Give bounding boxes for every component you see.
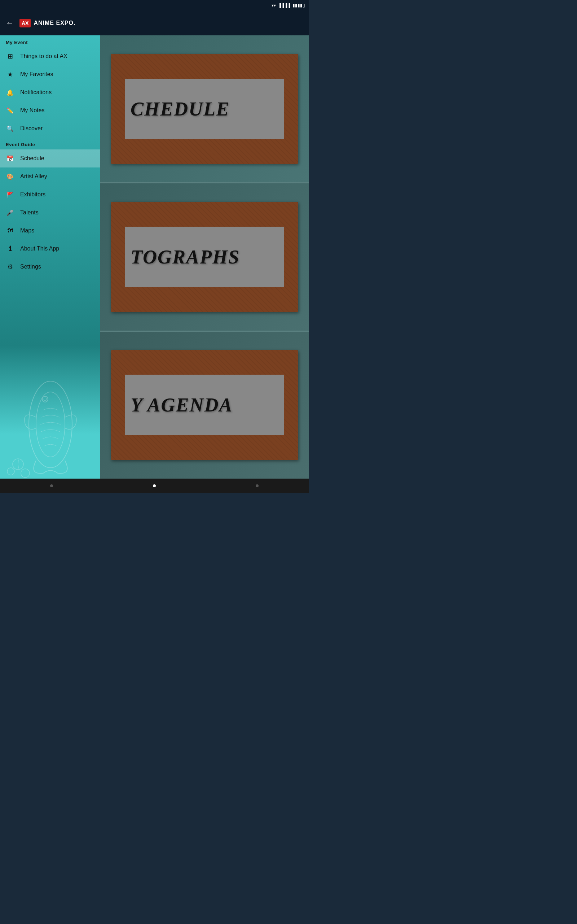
notifications-label: Notifications xyxy=(20,89,52,96)
nav-dot-2 xyxy=(153,485,156,487)
bell-icon xyxy=(6,88,15,97)
autographs-card-text-box: TOGRAPHS xyxy=(125,227,284,287)
sidebar-item-discover[interactable]: Discover xyxy=(0,120,100,137)
logo-text: ANIME EXPO. xyxy=(34,20,76,26)
settings-label: Settings xyxy=(20,263,41,270)
top-header: ← AX ANIME EXPO. xyxy=(0,11,309,36)
schedule-label: Schedule xyxy=(20,155,44,162)
agenda-card[interactable]: Y AGENDA xyxy=(100,332,309,478)
schedule-card-text-box: CHEDULE xyxy=(125,79,284,139)
sidebar-item-my-notes[interactable]: My Notes xyxy=(0,102,100,120)
agenda-card-text: Y AGENDA xyxy=(131,394,233,416)
things-to-do-label: Things to do at AX xyxy=(20,53,68,60)
palette-icon xyxy=(6,172,15,181)
agenda-card-inner: Y AGENDA xyxy=(111,350,298,460)
sidebar-item-artist-alley[interactable]: Artist Alley xyxy=(0,168,100,186)
svg-point-4 xyxy=(13,459,23,470)
flag-icon xyxy=(6,190,15,199)
svg-point-0 xyxy=(29,381,72,468)
discover-label: Discover xyxy=(20,125,43,132)
nav-dot-3 xyxy=(256,485,259,487)
signal-icon: ▐▐▐▐ xyxy=(278,3,290,8)
sidebar-item-exhibitors[interactable]: Exhibitors xyxy=(0,186,100,204)
sidebar-item-my-favorites[interactable]: My Favorites xyxy=(0,65,100,83)
schedule-card-text: CHEDULE xyxy=(131,98,230,120)
gear-icon xyxy=(6,262,15,271)
pen-icon xyxy=(6,106,15,115)
artist-alley-label: Artist Alley xyxy=(20,173,47,180)
sidebar-item-things-to-do[interactable]: Things to do at AX xyxy=(0,47,100,65)
schedule-card-inner: CHEDULE xyxy=(111,54,298,164)
compass-icon xyxy=(6,124,15,133)
sidebar-item-talents[interactable]: Talents xyxy=(0,204,100,221)
mic-icon xyxy=(6,208,15,217)
sidebar-item-notifications[interactable]: Notifications xyxy=(0,83,100,102)
autographs-card-inner: TOGRAPHS xyxy=(111,202,298,312)
map-icon xyxy=(6,226,15,235)
my-notes-label: My Notes xyxy=(20,107,45,114)
koi-decoration xyxy=(0,352,100,478)
star-icon xyxy=(6,70,15,79)
section-my-event: My Event Things to do at AX My Favorites… xyxy=(0,36,100,137)
logo-badge: AX xyxy=(19,19,31,27)
logo-container: AX ANIME EXPO. xyxy=(19,19,76,27)
my-favorites-label: My Favorites xyxy=(20,71,53,78)
battery-icon: ▮▮▮▮▯ xyxy=(292,3,305,8)
sidebar-item-settings[interactable]: Settings xyxy=(0,258,100,276)
status-bar: ▾▾ ▐▐▐▐ ▮▮▮▮▯ xyxy=(0,0,309,11)
about-this-app-label: About This App xyxy=(20,246,59,252)
back-button[interactable]: ← xyxy=(6,18,14,28)
maps-label: Maps xyxy=(20,228,34,234)
sidebar-item-maps[interactable]: Maps xyxy=(0,221,100,240)
section-event-guide: Event Guide Schedule Artist Alley Exhibi… xyxy=(0,137,100,276)
talents-label: Talents xyxy=(20,209,39,216)
autographs-card-text: TOGRAPHS xyxy=(131,246,240,268)
status-icons: ▾▾ ▐▐▐▐ ▮▮▮▮▯ xyxy=(272,3,305,8)
wifi-icon: ▾▾ xyxy=(272,3,276,8)
svg-point-2 xyxy=(42,396,48,402)
svg-point-6 xyxy=(21,469,29,478)
exhibitors-label: Exhibitors xyxy=(20,191,45,198)
right-content: CHEDULE TOGRAPHS Y AGENDA xyxy=(100,36,309,478)
schedule-card[interactable]: CHEDULE xyxy=(100,36,309,183)
bottom-nav xyxy=(0,478,309,493)
sidebar-item-about-this-app[interactable]: About This App xyxy=(0,240,100,258)
sidebar-item-schedule[interactable]: Schedule xyxy=(0,149,100,168)
info-icon xyxy=(6,244,15,253)
svg-point-1 xyxy=(36,392,65,457)
autographs-card[interactable]: TOGRAPHS xyxy=(100,183,309,331)
nav-dot-1 xyxy=(50,485,53,487)
section-title-event-guide: Event Guide xyxy=(0,137,100,149)
svg-point-3 xyxy=(44,398,47,401)
section-title-my-event: My Event xyxy=(0,36,100,47)
main-content: My Event Things to do at AX My Favorites… xyxy=(0,36,309,478)
agenda-card-text-box: Y AGENDA xyxy=(125,375,284,435)
grid-icon xyxy=(6,52,15,61)
sidebar: My Event Things to do at AX My Favorites… xyxy=(0,36,100,478)
calendar-icon xyxy=(6,154,15,163)
svg-point-5 xyxy=(7,468,15,475)
